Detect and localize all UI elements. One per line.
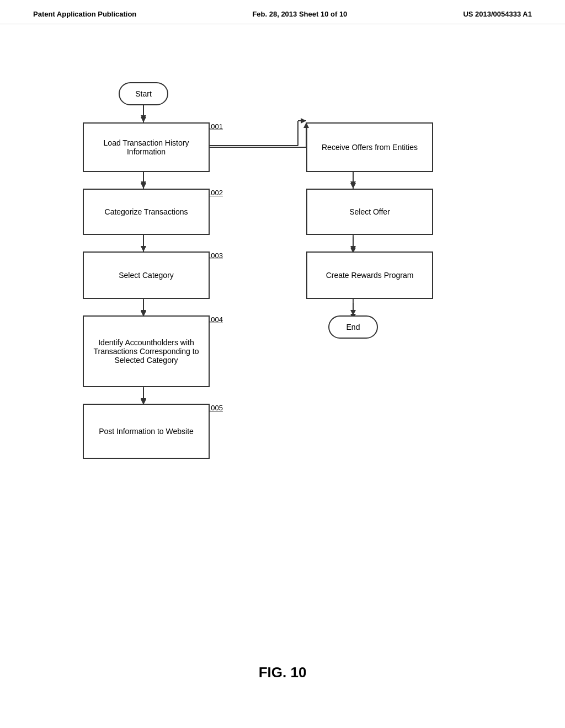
header-right: US 2013/0054333 A1 xyxy=(463,10,532,18)
node-1006: Receive Offers from Entities xyxy=(306,122,433,172)
node-1008: Create Rewards Program xyxy=(306,251,433,299)
page-header: Patent Application Publication Feb. 28, … xyxy=(0,0,565,24)
svg-marker-38 xyxy=(350,310,356,315)
figure-caption: FIG. 10 xyxy=(0,664,565,698)
svg-marker-3 xyxy=(141,181,146,187)
svg-marker-36 xyxy=(350,246,356,251)
node-1002: Categorize Transactions xyxy=(83,189,210,235)
header-left: Patent Application Publication xyxy=(33,10,136,18)
node-1004: Identify Accountholders with Transaction… xyxy=(83,315,210,387)
svg-marker-5 xyxy=(141,246,146,251)
svg-marker-21 xyxy=(141,117,146,122)
svg-marker-34 xyxy=(350,183,356,189)
svg-marker-23 xyxy=(141,183,146,189)
svg-marker-27 xyxy=(141,310,146,315)
svg-marker-25 xyxy=(141,246,146,251)
diagram-area: Start 1001 Load Transaction History Info… xyxy=(0,24,565,659)
node-1001: Load Transaction History Information xyxy=(83,122,210,172)
end-node: End xyxy=(328,315,378,339)
node-1003: Select Category xyxy=(83,251,210,299)
svg-marker-1 xyxy=(141,115,146,121)
start-node: Start xyxy=(119,82,168,105)
node-1007: Select Offer xyxy=(306,189,433,235)
svg-marker-29 xyxy=(141,398,146,404)
header-center: Feb. 28, 2013 Sheet 10 of 10 xyxy=(252,10,347,18)
svg-marker-11 xyxy=(350,181,356,187)
svg-marker-19 xyxy=(301,118,306,124)
node-1005: Post Information to Website xyxy=(83,404,210,459)
